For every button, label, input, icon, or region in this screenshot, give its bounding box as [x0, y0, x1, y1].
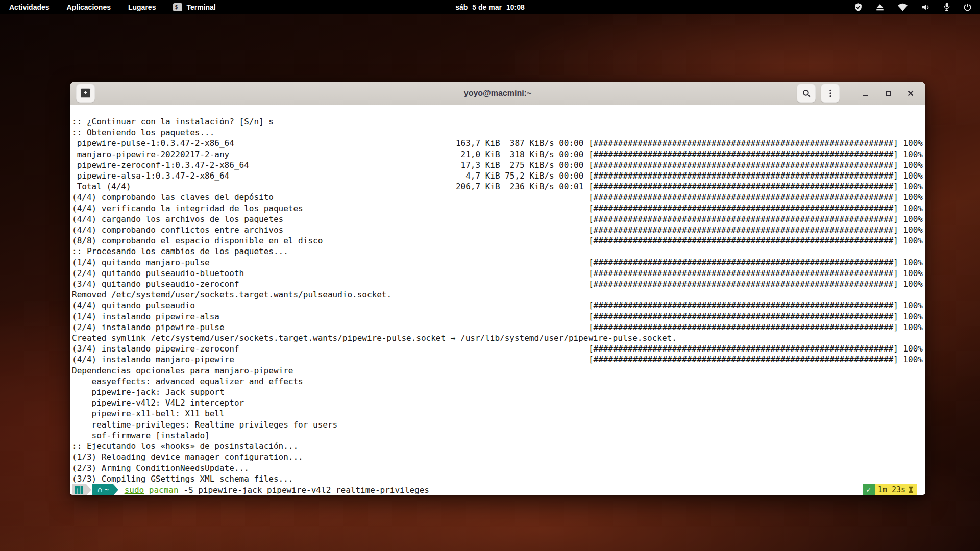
- exit-status-badge: ✓: [863, 484, 875, 495]
- terminal-line: manjaro-pipewire-20220217-2-any21,0 KiB3…: [72, 149, 923, 160]
- terminal-line: (2/4) instalando pipewire-pulse[########…: [72, 322, 923, 333]
- terminal-line: pipewire-x11-bell: X11 bell: [72, 408, 923, 419]
- minimize-button[interactable]: [857, 85, 874, 102]
- maximize-button[interactable]: [879, 85, 897, 102]
- terminal-line: easyeffects: advanced equalizer and effe…: [72, 376, 923, 387]
- kebab-menu-icon: [826, 89, 835, 98]
- clock-time: 10:08: [506, 3, 525, 11]
- search-icon: [802, 89, 811, 98]
- activities-button[interactable]: Actividades: [9, 3, 50, 11]
- minimize-icon: [862, 89, 870, 97]
- terminal-line: :: Obteniendo los paquetes...: [72, 127, 923, 138]
- terminal-line: pipewire-v4l2: V4L2 interceptor: [72, 397, 923, 408]
- terminal-line: realtime-privileges: Realtime privileges…: [72, 419, 923, 430]
- wifi-icon: [897, 3, 908, 12]
- prompt-arrow-2: [113, 484, 118, 495]
- terminal-line: (3/4) instalando pipewire-zeroconf[#####…: [72, 343, 923, 354]
- terminal-line: Dependencias opcionales para manjaro-pip…: [72, 365, 923, 376]
- terminal-line: (4/4) comprobando las claves del depósit…: [72, 192, 923, 203]
- terminal-line: :: Procesando los cambios de los paquete…: [72, 246, 923, 257]
- new-tab-button[interactable]: [76, 84, 95, 103]
- maximize-icon: [884, 89, 892, 97]
- volume-icon: [921, 3, 930, 12]
- manjaro-logo-icon: [75, 486, 83, 494]
- places-menu[interactable]: Lugares: [128, 3, 156, 11]
- close-button[interactable]: [902, 85, 919, 102]
- terminal-line: (4/4) quitando pulseaudio[##############…: [72, 300, 923, 311]
- terminal-line: :: Ejecutando los «hooks» de posinstalac…: [72, 441, 923, 452]
- clock-date: 5 de mar: [472, 3, 502, 11]
- command-line[interactable]: sudo pacman -S pipewire-jack pipewire-v4…: [125, 484, 429, 495]
- prompt-distro-segment: [72, 484, 86, 495]
- terminal-line: (4/4) instalando manjaro-pipewire[######…: [72, 354, 923, 365]
- window-titlebar[interactable]: yoyo@macmini:~: [70, 82, 925, 105]
- prompt-path-segment: ⌂ ~: [92, 484, 113, 495]
- terminal-line: (8/8) comprobando el espacio disponible …: [72, 235, 923, 246]
- terminal-line: (2/3) Arming ConditionNeedsUpdate...: [72, 463, 923, 473]
- prompt-right-status: ✓ 1m 23s: [863, 484, 917, 495]
- hourglass-icon: [908, 486, 914, 493]
- terminal-line: sof-firmware [instalado]: [72, 430, 923, 441]
- microphone-icon: [943, 2, 950, 12]
- shell-prompt: ⌂ ~ sudo pacman -S pipewire-jack pipewir…: [72, 484, 923, 495]
- shield-check-icon: [854, 3, 863, 12]
- terminal-line: Removed /etc/systemd/user/sockets.target…: [72, 289, 923, 300]
- focused-app-label: Terminal: [186, 3, 215, 11]
- system-status-area[interactable]: [854, 2, 980, 12]
- terminal-line: pipewire-jack: Jack support: [72, 387, 923, 397]
- terminal-line: Created symlink /etc/systemd/user/socket…: [72, 333, 923, 343]
- eject-icon: [875, 3, 885, 12]
- clock-day: sáb: [455, 3, 468, 11]
- top-bar: Actividades Aplicaciones Lugares $_ Term…: [0, 0, 980, 14]
- terminal-line: (1/4) quitando manjaro-pulse[###########…: [72, 257, 923, 268]
- command-duration: 1m 23s: [878, 485, 905, 495]
- terminal-line: (1/3) Reloading device manager configura…: [72, 452, 923, 462]
- terminal-line: (3/3) Compiling GSettings XML schema fil…: [72, 473, 923, 484]
- terminal-line: (4/4) comprobando conflictos entre archi…: [72, 224, 923, 235]
- terminal-screen[interactable]: :: ¿Continuar con la instalación? [S/n] …: [70, 105, 925, 495]
- menu-button[interactable]: [821, 84, 840, 103]
- terminal-line: pipewire-pulse-1:0.3.47-2-x86_64163,7 Ki…: [72, 138, 923, 148]
- power-icon: [963, 3, 972, 12]
- terminal-app-icon: $_: [173, 3, 182, 11]
- applications-menu[interactable]: Aplicaciones: [67, 3, 111, 11]
- terminal-line: :: ¿Continuar con la instalación? [S/n] …: [72, 116, 923, 127]
- home-icon: ⌂: [97, 486, 103, 494]
- search-button[interactable]: [797, 84, 816, 103]
- close-icon: [906, 89, 915, 97]
- terminal-window: yoyo@macmini:~: [70, 82, 925, 495]
- terminal-output: :: ¿Continuar con la instalación? [S/n] …: [72, 116, 923, 484]
- focused-app-menu[interactable]: $_ Terminal: [173, 3, 215, 11]
- terminal-line: (4/4) verificando la integridad de los p…: [72, 203, 923, 214]
- terminal-line: (1/4) instalando pipewire-alsa[#########…: [72, 311, 923, 322]
- terminal-line: pipewire-alsa-1:0.3.47-2-x86_644,7 KiB75…: [72, 170, 923, 181]
- prompt-arrow: [86, 484, 91, 495]
- prompt-path: ~: [105, 485, 109, 495]
- terminal-line: (2/4) quitando pulseaudio-bluetooth[####…: [72, 268, 923, 279]
- terminal-line: (4/4) cargando los archivos de los paque…: [72, 214, 923, 224]
- new-tab-icon: [80, 88, 91, 98]
- terminal-line: pipewire-zeroconf-1:0.3.47-2-x86_6417,3 …: [72, 160, 923, 170]
- terminal-line: (3/4) quitando pulseaudio-zeroconf[#####…: [72, 279, 923, 289]
- terminal-line: Total (4/4)206,7 KiB236 KiB/s00:01[#####…: [72, 181, 923, 192]
